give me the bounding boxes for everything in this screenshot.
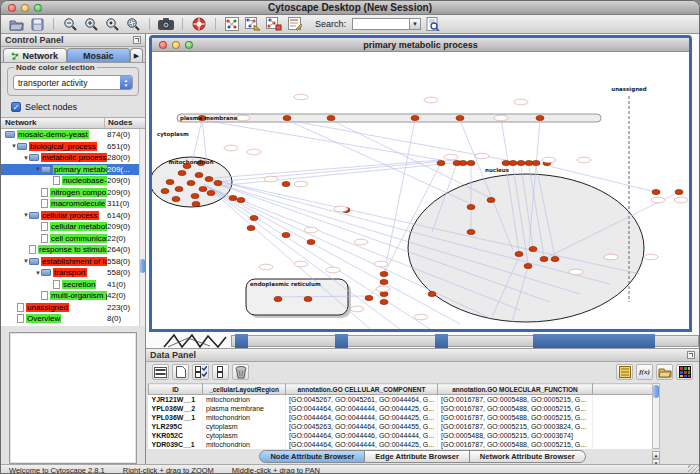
tree-disclosure-icon[interactable]: ▼ xyxy=(31,270,41,276)
unselect-attributes-icon[interactable] xyxy=(212,364,229,380)
tree-scrollbar-thumb[interactable] xyxy=(140,259,145,273)
heatmap-matrix-icon[interactable] xyxy=(676,364,693,380)
tree-row[interactable]: ▼primary metabol209(... xyxy=(1,164,145,176)
network-canvas[interactable]: plasma membranecytoplasmmitochondrionnuc… xyxy=(152,52,689,329)
tree-row[interactable]: cellular metabol209(0) xyxy=(1,221,145,233)
vizmap-icon[interactable] xyxy=(265,16,283,32)
node-label-tag xyxy=(259,264,273,270)
table-cell: cytoplasm xyxy=(203,422,286,431)
advanced-search-icon[interactable] xyxy=(424,16,442,32)
open-session-icon[interactable] xyxy=(7,16,25,32)
new-attribute-icon[interactable] xyxy=(172,364,189,380)
tree-row[interactable]: multi-organism pro42(0) xyxy=(1,290,145,302)
import-attributes-icon[interactable] xyxy=(656,364,673,380)
network-node xyxy=(675,189,683,194)
network-node xyxy=(380,279,388,284)
table-scrollbar-thumb[interactable] xyxy=(653,385,659,398)
float-panel-icon[interactable] xyxy=(133,36,141,44)
tree-row[interactable]: cell communicat22(0) xyxy=(1,233,145,245)
tree-row[interactable]: unassigned223(0) xyxy=(1,302,145,314)
table-column-header[interactable]: annotation.GO MOLECULAR_FUNCTION xyxy=(438,384,593,395)
help-lifesaver-icon[interactable] xyxy=(190,16,208,32)
network-node xyxy=(380,299,388,304)
network-window-titlebar[interactable]: primary metabolic process xyxy=(152,38,689,52)
tree-disclosure-icon[interactable]: ▼ xyxy=(19,258,29,264)
select-nodes-checkbox[interactable]: ✓ xyxy=(11,102,21,112)
birds-eye-view[interactable] xyxy=(9,332,137,464)
tree-row[interactable]: response to stimulu264(0) xyxy=(1,244,145,256)
tree-row[interactable]: ▼cellular process614(0) xyxy=(1,210,145,222)
table-row[interactable]: YJR121W__1mitochondrion[GO:0045267, GO:0… xyxy=(149,395,655,404)
tree-row-label: nucleobase- xyxy=(62,176,107,185)
table-scrollbar[interactable] xyxy=(652,383,660,449)
zoom-out-icon[interactable] xyxy=(61,16,79,32)
table-row[interactable]: YDR039C__1mitochondrion[GO:0044464, GO:0… xyxy=(149,440,655,449)
tree-scrollbar[interactable] xyxy=(139,129,145,326)
tab-mosaic[interactable]: Mosaic xyxy=(67,48,131,62)
tree-disclosure-icon[interactable]: ▼ xyxy=(7,143,17,149)
zoom-fit-icon[interactable] xyxy=(124,16,142,32)
zoom-in-icon[interactable] xyxy=(82,16,100,32)
table-row[interactable]: YKR052Ccytoplasm[GO:0044464, GO:0044446,… xyxy=(149,431,655,440)
attribute-list-icon[interactable] xyxy=(616,364,633,380)
tree-row[interactable]: macromolecule311(0) xyxy=(1,198,145,210)
tree-row[interactable]: nucleobase-209(0) xyxy=(1,175,145,187)
data-panel-header: Data Panel xyxy=(146,349,699,362)
tree-row[interactable]: nitrogen compo209(0) xyxy=(1,187,145,199)
tree-row[interactable]: secretion41(0) xyxy=(1,279,145,291)
tree-row[interactable]: mosaic-demo-yeast874(0) xyxy=(1,129,145,141)
network-node xyxy=(172,196,180,201)
tab-edge-attribute-browser[interactable]: Edge Attribute Browser xyxy=(365,450,469,463)
node-label-tag xyxy=(674,197,688,203)
attribute-grid-icon[interactable] xyxy=(152,364,169,380)
graphics-details-icon[interactable] xyxy=(244,16,262,32)
table-cell: [GO:0016787, GO:0005488, GO:0005215, G..… xyxy=(438,440,593,449)
tree-header-nodes[interactable]: Nodes xyxy=(105,118,145,128)
table-cell: YJR121W__1 xyxy=(149,395,203,404)
table-column-header[interactable] xyxy=(593,384,655,395)
select-attributes-icon[interactable] xyxy=(192,364,209,380)
resize-grip[interactable] xyxy=(688,464,699,474)
table-row[interactable]: YPL036W__2plasma membrane[GO:0044464, GO… xyxy=(149,404,655,413)
tree-row[interactable]: Overview8(0) xyxy=(1,313,145,325)
tab-node-attribute-browser[interactable]: Node Attribute Browser xyxy=(259,450,365,463)
attribute-browser-tabs: Node Attribute Browser Edge Attribute Br… xyxy=(146,450,699,463)
table-row[interactable]: YPL036W__1mitochondrion[GO:0044464, GO:0… xyxy=(149,413,655,422)
tree-row-label: transport xyxy=(53,268,87,277)
tabs-overflow-arrow[interactable]: ▶ xyxy=(130,48,143,62)
table-column-header[interactable]: ID xyxy=(149,384,203,395)
tab-network[interactable]: Network xyxy=(3,48,67,62)
table-column-header[interactable]: _cellularLayoutRegion xyxy=(203,384,286,395)
table-cell: mitochondrion xyxy=(203,440,286,449)
tree-row[interactable]: ▼transport558(0) xyxy=(1,267,145,279)
snapshot-camera-icon[interactable] xyxy=(157,16,175,32)
function-builder-icon[interactable]: f(x) xyxy=(636,364,653,380)
network-node xyxy=(283,115,291,120)
data-panel-float-icon[interactable] xyxy=(687,351,695,359)
zoom-actual-size-icon[interactable] xyxy=(103,16,121,32)
tree-header-network[interactable]: Network xyxy=(1,118,105,128)
tree-disclosure-icon[interactable]: ▼ xyxy=(19,155,29,161)
tree-disclosure-icon[interactable]: ▼ xyxy=(19,212,29,218)
tree-row[interactable]: ▼metabolic process280(0) xyxy=(1,152,145,164)
table-column-header[interactable]: annotation.GO CELLULAR_COMPONENT xyxy=(286,384,438,395)
tree-disclosure-icon[interactable]: ▼ xyxy=(31,166,41,172)
search-input[interactable] xyxy=(352,18,410,30)
network-node xyxy=(247,225,255,230)
tree-row-label: cellular metabol xyxy=(50,222,107,231)
annotation-form-icon[interactable] xyxy=(286,16,304,32)
tree-row[interactable]: ▼biological_process651(0) xyxy=(1,141,145,153)
save-session-icon[interactable] xyxy=(28,16,46,32)
network-overview-icon[interactable] xyxy=(223,16,241,32)
folder-icon xyxy=(17,143,27,150)
node-color-dropdown[interactable]: transporter activity ▲▼ xyxy=(13,75,133,90)
region-nucleus xyxy=(408,174,644,322)
tab-network-attribute-browser[interactable]: Network Attribute Browser xyxy=(470,450,586,463)
table-cell xyxy=(593,395,655,404)
table-row[interactable]: YLR295Ccytoplasm[GO:0045263, GO:0044464,… xyxy=(149,422,655,431)
delete-attribute-trash-icon[interactable] xyxy=(232,364,249,380)
search-dropdown-arrow[interactable]: ▼ xyxy=(410,18,421,30)
node-label-tag xyxy=(294,181,308,187)
network-edge xyxy=(501,118,508,162)
tree-row[interactable]: ▼establishment of lo558(0) xyxy=(1,256,145,268)
